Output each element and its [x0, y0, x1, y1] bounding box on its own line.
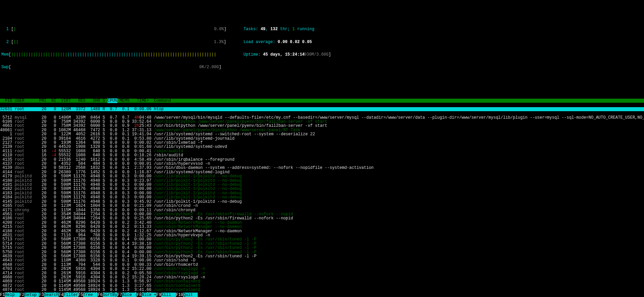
function-key-bar[interactable]: F1Help F2Setup F3SearchF4FilterF5Tree F6…: [0, 293, 644, 297]
uptime-line: Uptime: 45 days, 15:24:14: [243, 53, 314, 57]
fkey: F5: [78, 293, 83, 297]
fkey: F2: [20, 293, 24, 297]
meter-area: 1 [| 0.0%] 2 [|| 1.3%] Mem[|||||||||||||…: [0, 17, 644, 79]
fkey: F10: [176, 293, 183, 297]
fkey-label[interactable]: Kill: [161, 293, 176, 297]
cpu2-meter: 2 [|| 1.3%]: [1, 40, 239, 44]
fkey-label[interactable]: Quit: [183, 293, 198, 297]
column-header[interactable]: PID USER PRI NI VIRT RES SHR S CPU% MEM%…: [0, 99, 644, 103]
fkey-label[interactable]: Nice +: [142, 293, 156, 297]
swp-meter: Swp[0K/2.00G]: [1, 65, 239, 69]
fkey: F9: [156, 293, 161, 297]
fkey-label[interactable]: Tree: [83, 293, 98, 297]
tasks-line: Tasks: 49, 132 thr; 1 running: [243, 27, 314, 31]
fkey-label[interactable]: SortBy: [103, 293, 117, 297]
fkey: F4: [59, 293, 63, 297]
mem-meter: Mem[||||||||||||||||||||||||||||||||||||…: [1, 53, 239, 57]
fkey: F8: [137, 293, 141, 297]
selected-process-row[interactable]: 32631 root 20 0 120M 3372 1488 R 0.7 0.1…: [0, 107, 644, 111]
fkey-label[interactable]: Filter: [63, 293, 78, 297]
fkey: F6: [98, 293, 102, 297]
load-line: Load average: 0.00 0.02 0.05: [243, 40, 314, 44]
fkey: F7: [117, 293, 122, 297]
process-list[interactable]: 5712 mysql 20 0 1406M 328M 8464 S 0.7 8.…: [0, 116, 644, 297]
fkey-label[interactable]: Search: [44, 293, 59, 297]
cpu1-meter: 1 [| 0.0%]: [1, 27, 239, 31]
fkey: F1: [0, 293, 5, 297]
fkey-label[interactable]: Setup: [24, 293, 39, 297]
fkey-label[interactable]: Nice -: [122, 293, 137, 297]
sort-column-cpu[interactable]: CPU%: [108, 98, 117, 103]
fkey: F3: [39, 293, 44, 297]
fkey-label[interactable]: Help: [5, 293, 19, 297]
